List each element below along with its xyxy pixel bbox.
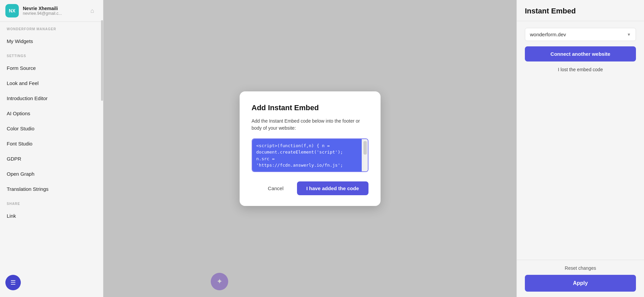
sidebar-item-open-graph[interactable]: Open Graph <box>0 166 103 181</box>
chevron-down-icon: ▼ <box>627 32 631 37</box>
hamburger-button[interactable]: ☰ <box>5 275 21 290</box>
home-icon[interactable]: ⌂ <box>87 5 98 16</box>
modal-title: Add Instant Embed <box>252 103 368 112</box>
sidebar-item-ai-options[interactable]: AI Options <box>0 106 103 121</box>
right-panel-title: Instant Embed <box>525 7 636 15</box>
avatar: NX <box>5 4 19 17</box>
sidebar-item-translation-strings[interactable]: Translation Strings <box>0 181 103 197</box>
sidebar-item-link[interactable]: Link <box>0 208 103 223</box>
code-textarea-wrapper: <script>(function(f,n) { n = document.cr… <box>252 138 368 172</box>
modal-description: Add the Instant Embed code below into th… <box>252 118 368 132</box>
lost-embed-code-link[interactable]: I lost the embed code <box>525 67 636 72</box>
right-panel-header: Instant Embed <box>517 0 644 21</box>
main-content: Add Instant Embed Add the Instant Embed … <box>103 0 516 297</box>
apply-button[interactable]: Apply <box>525 275 636 292</box>
sidebar-item-my-widgets[interactable]: My Widgets <box>0 34 103 49</box>
modal-overlay: Add Instant Embed Add the Instant Embed … <box>103 0 516 297</box>
sidebar-bottom: ☰ <box>5 275 21 290</box>
sidebar-item-gdpr[interactable]: GDPR <box>0 151 103 166</box>
sidebar-item-introduction-editor[interactable]: Introduction Editor <box>0 91 103 106</box>
sidebar-item-color-studio[interactable]: Color Studio <box>0 121 103 136</box>
reset-changes-link[interactable]: Reset changes <box>525 265 636 271</box>
share-label: SHARE <box>0 197 103 208</box>
connect-another-website-button[interactable]: Connect another website <box>525 46 636 61</box>
dropdown-value: wonderform.dev <box>530 32 566 37</box>
user-name: Nevrie Xhemaili <box>23 6 83 11</box>
embed-code-textarea[interactable]: <script>(function(f,n) { n = document.cr… <box>252 139 362 171</box>
sidebar-item-look-and-feel[interactable]: Look and Feel <box>0 76 103 91</box>
sidebar-scrollbar[interactable] <box>101 20 103 101</box>
scrollbar-track[interactable] <box>362 139 368 171</box>
scrollbar-thumb <box>363 141 367 155</box>
modal: Add Instant Embed Add the Instant Embed … <box>240 91 381 206</box>
settings-label: SETTINGS <box>0 49 103 60</box>
user-info: Nevrie Xhemaili nevriee.94@gmail.c... <box>23 6 83 16</box>
right-panel-body: wonderform.dev ▼ Connect another website… <box>517 21 644 260</box>
sidebar-item-font-studio[interactable]: Font Studio <box>0 136 103 151</box>
sidebar-item-form-source[interactable]: Form Source <box>0 60 103 76</box>
right-panel: Instant Embed wonderform.dev ▼ Connect a… <box>516 0 644 297</box>
user-email: nevriee.94@gmail.c... <box>23 11 83 16</box>
sidebar: NX Nevrie Xhemaili nevriee.94@gmail.c...… <box>0 0 103 297</box>
sidebar-header: NX Nevrie Xhemaili nevriee.94@gmail.c...… <box>0 0 103 22</box>
cancel-button[interactable]: Cancel <box>260 181 292 195</box>
wonderform-manager-label: WONDERFORM MANAGER <box>0 22 103 34</box>
website-dropdown[interactable]: wonderform.dev ▼ <box>525 28 636 41</box>
right-panel-footer: Reset changes Apply <box>517 260 644 297</box>
modal-buttons: Cancel I have added the code <box>252 181 368 195</box>
i-have-added-code-button[interactable]: I have added the code <box>297 181 368 195</box>
